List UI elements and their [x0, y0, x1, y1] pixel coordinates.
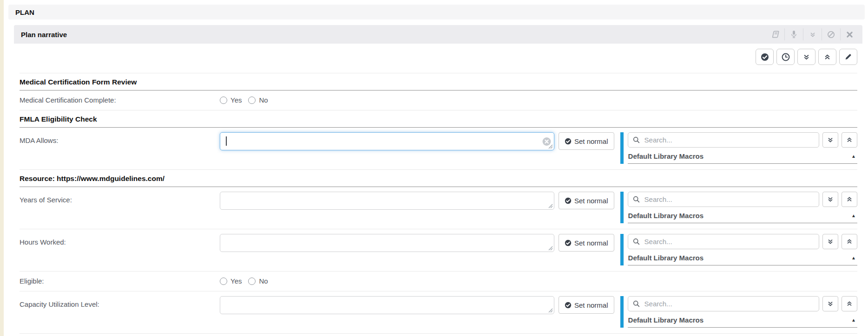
collapse-section-icon[interactable] — [803, 28, 822, 40]
macros-header[interactable]: Default Library Macros ▲ — [628, 311, 857, 328]
narrative-textarea[interactable] — [220, 234, 554, 252]
expand-all-button[interactable] — [818, 49, 836, 65]
macros-header[interactable]: Default Library Macros ▲ — [628, 249, 857, 265]
field-label: Hours Worked: — [20, 234, 220, 246]
panel-body: Medical Certification Form Review Medica… — [14, 49, 862, 336]
macros-header[interactable]: Default Library Macros ▲ — [628, 148, 857, 164]
resize-handle-icon[interactable] — [548, 308, 553, 313]
macros-header[interactable]: Default Library Macros ▲ — [628, 207, 857, 223]
radio-option-yes[interactable]: Yes — [220, 277, 242, 285]
macro-collapse-button[interactable] — [822, 234, 838, 249]
set-normal-button[interactable]: Set normal — [559, 296, 614, 314]
radio-option-yes[interactable]: Yes — [220, 96, 242, 104]
macro-search-input[interactable] — [644, 237, 814, 246]
set-normal-button[interactable]: Set normal — [559, 234, 614, 252]
macro-search-row — [628, 234, 857, 249]
chevrons-down-icon — [827, 239, 834, 245]
macro-accent-bar — [620, 296, 624, 328]
macro-search-input[interactable] — [644, 299, 814, 308]
close-icon[interactable] — [840, 28, 859, 40]
radio-label: Yes — [230, 277, 242, 285]
macro-search-box — [628, 234, 819, 249]
complete-check-button[interactable] — [756, 49, 774, 65]
macros-title: Default Library Macros — [628, 316, 704, 324]
radio-button[interactable] — [220, 97, 227, 104]
main-area: PLAN Plan narrative — [8, 5, 865, 336]
search-icon — [633, 196, 640, 203]
macro-expand-button[interactable] — [842, 132, 857, 148]
textarea-wrap — [220, 132, 554, 150]
triangle-up-icon[interactable]: ▲ — [851, 318, 856, 323]
radio-button[interactable] — [220, 278, 227, 285]
field-label: Capacity Utilization Level: — [20, 296, 220, 308]
check-circle-icon — [565, 138, 572, 145]
macro-search-box — [628, 296, 819, 311]
macro-accent-bar — [620, 132, 624, 164]
collapse-all-button[interactable] — [797, 49, 815, 65]
macro-search-box — [628, 192, 819, 207]
radio-option-no[interactable]: No — [248, 96, 268, 104]
resize-handle-icon[interactable] — [548, 204, 553, 208]
field-label: MDA Allows: — [20, 132, 220, 144]
resize-handle-icon[interactable] — [548, 144, 553, 149]
narrative-textarea[interactable] — [220, 296, 554, 314]
book-icon[interactable] — [766, 28, 784, 40]
search-icon — [633, 136, 640, 143]
clock-icon — [782, 53, 790, 61]
macro-search-box — [628, 132, 819, 148]
field-label: Years of Service: — [20, 192, 220, 204]
history-clock-button[interactable] — [776, 49, 795, 65]
macro-expand-button[interactable] — [842, 234, 857, 249]
section-heading: FMLA Eligibility Check — [20, 110, 857, 128]
chevrons-down-icon — [827, 196, 834, 202]
macro-search-input[interactable] — [644, 195, 814, 204]
edit-button[interactable] — [839, 49, 857, 65]
set-normal-button[interactable]: Set normal — [559, 192, 614, 209]
textarea-wrap — [220, 192, 554, 210]
check-circle-icon — [565, 239, 572, 246]
microphone-icon[interactable] — [784, 28, 803, 40]
radio-button[interactable] — [248, 97, 256, 104]
radio-option-no[interactable]: No — [248, 277, 268, 285]
radio-label: No — [259, 96, 268, 104]
triangle-up-icon[interactable]: ▲ — [851, 213, 856, 218]
radio-label: Yes — [230, 96, 242, 104]
textarea-wrap — [220, 296, 554, 314]
macro-block: Default Library Macros ▲ — [620, 192, 857, 223]
chevrons-up-icon — [846, 196, 853, 202]
ban-icon[interactable] — [822, 28, 840, 40]
plan-title: PLAN — [15, 8, 34, 16]
macro-field-row: MDA Allows: Set normal — [20, 128, 857, 169]
narrative-textarea[interactable] — [220, 132, 554, 150]
macro-search-row — [628, 192, 857, 207]
chevrons-up-icon — [846, 301, 853, 307]
chevrons-up-icon — [846, 239, 853, 245]
chevrons-down-icon — [827, 301, 834, 307]
narrative-textarea[interactable] — [220, 192, 554, 210]
radio-field-row: Eligible: YesNo — [20, 271, 857, 291]
resize-handle-icon[interactable] — [548, 246, 553, 251]
set-normal-label: Set normal — [574, 197, 608, 205]
macro-expand-button[interactable] — [842, 192, 857, 207]
macro-search-input[interactable] — [644, 136, 814, 144]
text-caret — [226, 136, 227, 146]
radio-button[interactable] — [248, 278, 256, 285]
spacer — [20, 65, 857, 73]
radio-label: No — [259, 277, 268, 285]
radio-group: YesNo — [220, 277, 268, 285]
panel-header-icons — [766, 28, 859, 40]
search-icon — [633, 300, 640, 307]
triangle-up-icon[interactable]: ▲ — [851, 256, 856, 260]
plan-section-header: PLAN — [8, 5, 865, 19]
set-normal-button[interactable]: Set normal — [559, 132, 614, 150]
macro-collapse-button[interactable] — [822, 132, 838, 148]
triangle-up-icon[interactable]: ▲ — [851, 154, 856, 159]
page-left-margin — [0, 0, 4, 336]
check-circle-icon — [565, 197, 572, 204]
macro-collapse-button[interactable] — [822, 192, 838, 207]
macro-collapse-button[interactable] — [822, 296, 838, 311]
macro-expand-button[interactable] — [842, 296, 857, 311]
radio-field-row: Medical Certification Complete: YesNo — [20, 90, 857, 110]
macro-block: Default Library Macros ▲ — [620, 296, 857, 328]
macro-block: Default Library Macros ▲ — [620, 234, 857, 265]
